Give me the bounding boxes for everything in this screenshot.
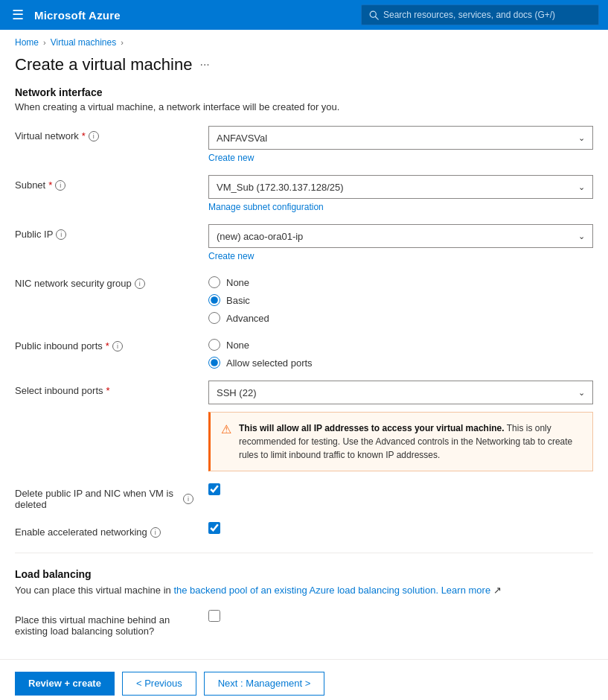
select-inbound-ports-row: Select inbound ports * SSH (22) ⌄ ⚠ This… <box>15 381 593 471</box>
accelerated-networking-checkbox-item[interactable] <box>208 522 593 534</box>
breadcrumb: Home › Virtual machines › <box>0 30 608 52</box>
next-button[interactable]: Next : Management > <box>204 672 325 696</box>
nic-nsg-basic-label: Basic <box>226 295 250 306</box>
manage-subnet-link[interactable]: Manage subnet configuration <box>208 202 324 212</box>
public-ip-info-icon[interactable]: i <box>56 229 66 240</box>
public-ip-row: Public IP i (new) acao-ora01-ip ⌄ Create… <box>15 224 593 261</box>
nic-nsg-row: NIC network security group i None Basic <box>15 273 593 324</box>
subnet-required: * <box>48 179 52 191</box>
nic-nsg-none-option[interactable]: None <box>208 276 593 288</box>
more-options-icon[interactable]: ··· <box>199 58 209 71</box>
warning-box: ⚠ This will allow all IP addresses to ac… <box>208 412 593 471</box>
subnet-label: Subnet * i <box>15 175 193 191</box>
main-content: Network interface When creating a virtua… <box>0 86 608 637</box>
select-inbound-ports-control: SSH (22) ⌄ ⚠ This will allow all IP addr… <box>208 381 593 471</box>
virtual-network-create-new[interactable]: Create new <box>208 153 254 163</box>
inbound-ports-dropdown-arrow: ⌄ <box>578 388 585 398</box>
network-interface-title: Network interface <box>15 86 593 98</box>
inbound-ports-radio-group: None Allow selected ports <box>208 336 593 369</box>
inbound-none-option[interactable]: None <box>208 339 593 351</box>
page-title: Create a virtual machine <box>15 55 192 74</box>
app-title: Microsoft Azure <box>34 9 121 22</box>
subnet-row: Subnet * i VM_Sub (172.30.137.128/25) ⌄ … <box>15 175 593 212</box>
load-balancing-desc: You can place this virtual machine in th… <box>15 583 593 598</box>
select-inbound-ports-dropdown[interactable]: SSH (22) ⌄ <box>208 381 593 404</box>
nic-nsg-advanced-option[interactable]: Advanced <box>208 312 593 324</box>
load-balancing-pool-link[interactable]: the backend pool of an existing Azure lo… <box>173 585 438 596</box>
learn-more-link[interactable]: Learn more <box>441 585 490 596</box>
nic-nsg-label: NIC network security group i <box>15 273 193 289</box>
review-create-button[interactable]: Review + create <box>15 672 115 696</box>
network-interface-section: Network interface When creating a virtua… <box>15 86 593 538</box>
search-bar[interactable] <box>361 4 599 25</box>
delete-public-ip-control <box>208 483 593 495</box>
place-load-balancer-checkbox-item[interactable] <box>208 610 593 622</box>
section-divider <box>15 553 593 553</box>
search-icon <box>369 10 379 20</box>
search-input[interactable] <box>383 10 591 20</box>
page-header: Create a virtual machine ··· <box>0 52 608 86</box>
public-ip-dropdown-arrow: ⌄ <box>578 232 585 241</box>
load-balancing-section: Load balancing You can place this virtua… <box>15 568 593 637</box>
delete-ip-info-icon[interactable]: i <box>183 494 193 504</box>
select-ports-required: * <box>106 385 110 396</box>
delete-public-ip-checkbox[interactable] <box>208 483 220 495</box>
place-load-balancer-label: Place this virtual machine behind an exi… <box>15 610 193 637</box>
subnet-control: VM_Sub (172.30.137.128/25) ⌄ Manage subn… <box>208 175 593 212</box>
network-interface-desc: When creating a virtual machine, a netwo… <box>15 101 593 112</box>
breadcrumb-parent[interactable]: Virtual machines <box>51 37 117 48</box>
public-ip-create-new[interactable]: Create new <box>208 251 254 261</box>
required-marker: * <box>82 130 86 141</box>
place-load-balancer-row: Place this virtual machine behind an exi… <box>15 610 593 637</box>
subnet-dropdown[interactable]: VM_Sub (172.30.137.128/25) ⌄ <box>208 175 593 199</box>
public-ip-control: (new) acao-ora01-ip ⌄ Create new <box>208 224 593 261</box>
public-ip-label: Public IP i <box>15 224 193 240</box>
nic-nsg-basic-option[interactable]: Basic <box>208 294 593 306</box>
virtual-network-label: Virtual network * i <box>15 126 193 141</box>
select-inbound-ports-label: Select inbound ports * <box>15 381 193 396</box>
accelerated-networking-info-icon[interactable]: i <box>150 527 161 538</box>
subnet-dropdown-arrow: ⌄ <box>578 182 585 192</box>
ports-info-icon[interactable]: i <box>112 341 123 351</box>
inbound-allow-radio[interactable] <box>208 357 220 369</box>
public-inbound-ports-label: Public inbound ports * i <box>15 336 193 351</box>
nic-nsg-basic-radio[interactable] <box>208 294 220 306</box>
accelerated-networking-row: Enable accelerated networking i <box>15 522 593 538</box>
ports-required: * <box>106 340 109 351</box>
dropdown-arrow-icon: ⌄ <box>578 133 585 143</box>
load-balancing-title: Load balancing <box>15 568 593 580</box>
nic-nsg-none-radio[interactable] <box>208 276 220 288</box>
inbound-allow-label: Allow selected ports <box>226 357 313 369</box>
delete-public-ip-row: Delete public IP and NIC when VM is dele… <box>15 483 593 510</box>
virtual-network-info-icon[interactable]: i <box>89 131 99 141</box>
delete-public-ip-checkbox-item[interactable] <box>208 483 593 495</box>
accelerated-networking-label: Enable accelerated networking i <box>15 522 193 538</box>
place-load-balancer-control <box>208 610 593 622</box>
accelerated-networking-checkbox[interactable] <box>208 522 220 534</box>
place-load-balancer-checkbox[interactable] <box>208 610 220 622</box>
public-inbound-ports-row: Public inbound ports * i None Allow sele… <box>15 336 593 369</box>
inbound-none-radio[interactable] <box>208 339 220 351</box>
inbound-none-label: None <box>226 340 249 351</box>
nic-nsg-none-label: None <box>226 277 249 288</box>
warning-text-bold: This will allow all IP addresses to acce… <box>239 423 505 433</box>
previous-button[interactable]: < Previous <box>122 672 196 696</box>
breadcrumb-sep1: › <box>43 38 46 47</box>
delete-public-ip-label: Delete public IP and NIC when VM is dele… <box>15 483 193 510</box>
warning-text: This will allow all IP addresses to acce… <box>239 421 582 462</box>
hamburger-icon[interactable]: ☰ <box>9 4 27 26</box>
public-ip-dropdown[interactable]: (new) acao-ora01-ip ⌄ <box>208 224 593 248</box>
accelerated-networking-control <box>208 522 593 534</box>
virtual-network-dropdown[interactable]: ANFAVSVal ⌄ <box>208 126 593 150</box>
breadcrumb-home[interactable]: Home <box>15 37 39 48</box>
virtual-network-row: Virtual network * i ANFAVSVal ⌄ Create n… <box>15 126 593 163</box>
nic-nsg-info-icon[interactable]: i <box>135 279 145 289</box>
nic-nsg-advanced-label: Advanced <box>226 313 269 324</box>
nic-nsg-radio-group: None Basic Advanced <box>208 273 593 324</box>
breadcrumb-sep2: › <box>121 38 124 47</box>
subnet-info-icon[interactable]: i <box>55 180 65 191</box>
nic-nsg-control: None Basic Advanced <box>208 273 593 324</box>
footer: Review + create < Previous Next : Manage… <box>0 659 608 701</box>
inbound-allow-option[interactable]: Allow selected ports <box>208 357 593 369</box>
nic-nsg-advanced-radio[interactable] <box>208 312 220 324</box>
